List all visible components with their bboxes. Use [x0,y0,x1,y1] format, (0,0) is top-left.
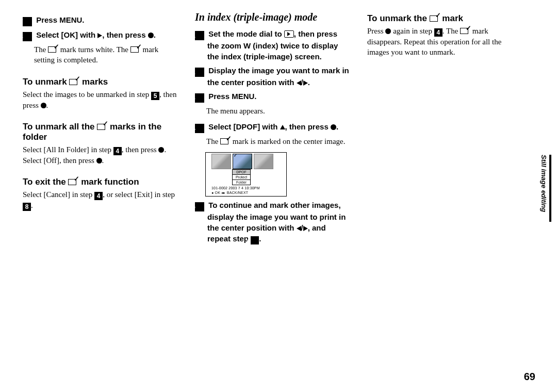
c2-step-2: 2 Display the image you want to mark in … [195,65,350,88]
thumbnail-row: ✓ [207,154,285,169]
he-b: mark function [78,177,139,187]
hua-a: To unmark all the [23,122,97,132]
screen-footer-2: ● OK ◂▸ BACK/NEXT [207,191,285,194]
screen-menu-item: Folder [232,179,251,185]
step-7-text: Press MENU. [36,15,84,24]
c2-step-4: 4 Select [DPOF] with , then press . [195,121,350,133]
print-mark-icon [68,178,78,185]
be-a: Select [Cancel] in step [23,190,94,199]
playback-mode-icon [284,30,294,38]
c3bb: again in step [391,27,434,35]
step-number-3: 3 [195,93,204,103]
s4ba: The [206,137,220,145]
c2-step-3: 3 Press MENU. [195,91,350,103]
b1b: mark turns white. The [58,45,130,54]
column-1: 7 Press MENU. 8 Select [OK] with , then … [23,11,177,248]
thumb-left [211,154,231,169]
right-arrow-icon [303,226,308,231]
right-arrow-icon [303,80,308,86]
thumb-center: ✓ [233,154,252,169]
heading-triple-image: In index (triple-image) mode [195,11,350,23]
s2a: Display the image you want to mark in th… [207,66,349,87]
print-mark-icon [220,137,231,144]
step-8-a: Select [OK] with [36,30,97,39]
inline-step-8: 8 [23,203,31,211]
bua-d: . [102,156,104,165]
c2-step-5: 5 To continue and mark other images, dis… [195,200,350,244]
hu-b: marks [79,77,108,87]
c3ha: To unmark the [367,13,430,23]
step-number-5: 5 [195,202,204,211]
left-arrow-icon [297,80,301,86]
center-button-icon [331,124,336,130]
left-arrow-icon [297,226,301,231]
bu-a: Select the images to be unmarked in step [23,90,151,99]
c3hb: mark [440,13,463,23]
s4bb: mark is marked on the center image. [231,137,345,145]
screen-menu: DPOF Protect Folder [232,169,251,185]
he-a: To exit the [23,177,68,187]
body-unmark-all: Select [All In Folder] in step 4, then p… [23,144,177,166]
inline-step-4: 4 [113,147,122,155]
c2-step-4-body: The mark is marked on the center image. [195,136,350,146]
bu-c: . [46,101,48,109]
print-mark-icon [460,27,470,34]
center-button-icon [158,147,164,153]
s4c: . [336,122,338,131]
print-mark-icon [97,123,107,130]
thumb-right [254,154,273,169]
s1a: Set the mode dial to [208,29,284,38]
be-b: , or select [Exit] in step [103,190,175,199]
step-number-8: 8 [23,32,32,41]
side-section-label: Still image editing [540,155,548,212]
page-number: 69 [524,371,535,383]
inline-step-4: 4 [251,236,259,244]
step-number-1: 1 [195,31,204,40]
be-c: . [31,201,33,209]
heading-unmark-single: To unmark the mark [367,13,522,24]
s2c: . [308,78,310,87]
center-button-icon [41,103,46,108]
column-2: In index (triple-image) mode 1 Set the m… [195,11,350,248]
up-arrow-icon [280,125,285,129]
print-mark-icon [48,45,58,53]
inline-step-5: 5 [151,92,159,100]
side-index-bar [549,155,551,222]
c2-step-3-body: The menu appears. [195,106,350,116]
heading-unmark: To unmark marks [23,77,177,87]
s5d: . [259,234,261,243]
step-number-2: 2 [195,68,204,77]
center-button-icon [148,32,154,38]
bua-b: , then press [122,145,159,154]
bua-a: Select [All In Folder] in step [23,145,113,154]
step-7: 7 Press MENU. [23,14,177,26]
s4b: , then press [285,122,331,131]
s4a: Select [DPOF] with [208,122,280,131]
column-3: To unmark the mark Press again in step 4… [367,11,522,248]
hu-a: To unmark [23,77,69,87]
c2-step-1: 1 Set the mode dial to , then press the … [195,28,350,62]
body-unmark-single: Press again in step 4. The mark disappea… [367,26,522,58]
print-mark-icon [69,78,79,85]
step-8-b: , then press [102,30,148,39]
lcd-screen-illustration: ✓ DPOF Protect Folder 101-0002 2003 7 4 … [205,152,287,197]
right-arrow-icon [97,33,102,38]
b1a: The [34,45,48,54]
s3: Press MENU. [208,92,256,101]
c3ba: Press [367,27,385,35]
body-exit: Select [Cancel] in step 4, or select [Ex… [23,189,177,211]
inline-step-4: 4 [94,192,103,200]
step-8: 8 Select [OK] with , then press . [23,29,177,41]
step-8-body: The mark turns white. The mark setting i… [23,44,177,66]
print-mark-icon [130,45,141,53]
center-button-icon [96,158,102,164]
print-mark-icon [430,14,440,22]
body-unmark: Select the images to be unmarked in step… [23,89,177,110]
c3bc: . The [443,27,460,35]
heading-unmark-all: To unmark all the marks in the folder [23,122,177,142]
center-button-icon [385,28,391,34]
heading-exit: To exit the mark function [23,177,177,187]
inline-step-4: 4 [434,28,443,37]
step-number-7: 7 [23,17,32,26]
step-number-4: 4 [195,124,204,133]
